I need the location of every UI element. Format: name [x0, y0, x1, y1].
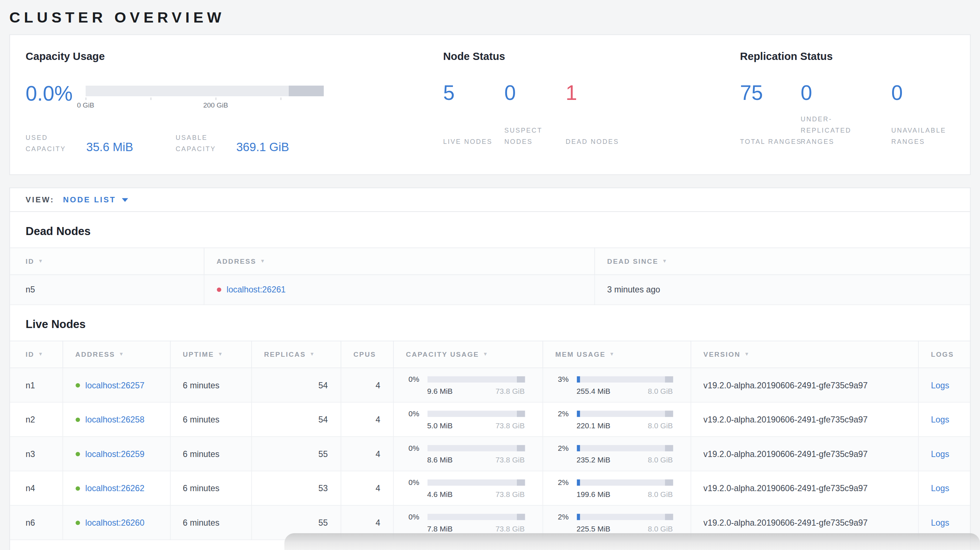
capacity-bar-end-segment [517, 376, 525, 382]
capacity-usage-cell: 0%5.0 MiB73.8 GiB [393, 402, 542, 437]
mem-total-value: 8.0 GiB [648, 524, 673, 533]
node-address-link[interactable]: localhost:26261 [227, 285, 286, 295]
live-status-dot-icon [75, 451, 80, 456]
replication-status-title: Replication Status [740, 51, 954, 63]
mem-used-value: 235.2 MiB [576, 456, 610, 464]
capacity-usage-bar [427, 445, 525, 451]
live-status-dot-icon [75, 486, 80, 490]
summary-stat-label: UNAVAILABLE RANGES [891, 125, 954, 147]
live-node-id: n6 [10, 505, 63, 540]
sort-icon: ▼ [119, 351, 124, 357]
dead-nodes-table: ID▼ADDRESS▼DEAD SINCE▼ n5localhost:26261… [10, 247, 970, 305]
summary-stat: 75TOTAL RANGES [740, 82, 800, 147]
axis-tick [86, 98, 86, 100]
summary-stat-value: 0 [800, 82, 891, 105]
summary-stat-value: 0 [891, 82, 954, 105]
sort-icon: ▼ [38, 258, 44, 264]
capacity-used-percent: 0.0% [26, 82, 86, 106]
column-header-label: CPUS [353, 351, 376, 358]
live-node-replicas: 54 [251, 402, 341, 437]
column-header-label: LOGS [931, 351, 954, 358]
capacity-total-value: 73.8 GiB [495, 386, 525, 395]
column-header-replicas[interactable]: REPLICAS▼ [251, 341, 341, 368]
live-node-cpus: 4 [341, 368, 393, 402]
logs-link[interactable]: Logs [931, 415, 949, 424]
node-address-link[interactable]: localhost:26262 [85, 483, 145, 493]
capacity-usage-bar: 0 GiB200 GiB [86, 86, 324, 111]
mem-used-value: 199.6 MiB [576, 490, 610, 498]
column-header-label: CAPACITY USAGE [406, 351, 479, 358]
mem-usage-cell: 2%235.2 MiB8.0 GiB [542, 437, 691, 471]
view-selector-dropdown[interactable]: NODE LIST [63, 196, 128, 204]
column-header-address[interactable]: ADDRESS▼ [62, 341, 170, 368]
node-address-link[interactable]: localhost:26258 [85, 415, 145, 424]
summary-stat-value: 75 [740, 82, 800, 105]
replication-stats: 75TOTAL RANGES0UNDER-REPLICATED RANGES0U… [740, 82, 954, 147]
capacity-total-value: 73.8 GiB [495, 456, 525, 464]
dead-since-value: 3 minutes ago [594, 275, 970, 305]
column-header-address[interactable]: ADDRESS▼ [204, 248, 594, 275]
column-header-label: MEM USAGE [555, 351, 606, 358]
column-header-id[interactable]: ID▼ [10, 341, 63, 368]
live-node-replicas: 53 [251, 471, 341, 505]
page-content: CLUSTER OVERVIEW Capacity Usage 0.0% 0 G… [0, 0, 980, 550]
logs-link[interactable]: Logs [931, 380, 949, 390]
capacity-usage-section: Capacity Usage 0.0% 0 GiB200 GiB USED CA… [26, 51, 443, 159]
capacity-total-value: 73.8 GiB [495, 421, 525, 430]
summary-stat-value: 0 [504, 82, 566, 105]
logs-link[interactable]: Logs [931, 518, 949, 528]
node-address-link[interactable]: localhost:26257 [85, 380, 145, 390]
mem-bar-end-segment [665, 410, 673, 416]
live-node-id: n4 [10, 471, 63, 505]
column-header-label: DEAD SINCE [607, 258, 659, 265]
logs-link[interactable]: Logs [931, 449, 949, 458]
mem-total-value: 8.0 GiB [648, 421, 673, 430]
node-address-link[interactable]: localhost:26260 [85, 518, 145, 528]
replication-status-section: Replication Status 75TOTAL RANGES0UNDER-… [740, 51, 954, 159]
horizontal-scrollbar[interactable] [285, 533, 980, 550]
column-header-logs: LOGS [918, 341, 970, 368]
mem-usage-bar [576, 445, 673, 451]
capacity-usage-title: Capacity Usage [26, 51, 443, 63]
view-label: VIEW: [26, 196, 54, 204]
sort-icon: ▼ [309, 351, 315, 357]
column-header-uptime[interactable]: UPTIME▼ [170, 341, 251, 368]
mem-usage-bar [576, 410, 673, 416]
column-header-id[interactable]: ID▼ [10, 248, 204, 275]
live-node-cpus: 4 [341, 437, 393, 471]
summary-stat-label: LIVE NODES [443, 136, 506, 147]
live-node-uptime: 6 minutes [170, 505, 251, 540]
chevron-down-icon [122, 198, 128, 202]
column-header-capacity-usage[interactable]: CAPACITY USAGE▼ [393, 341, 542, 368]
capacity-usage-percent: 0% [408, 478, 427, 486]
live-status-dot-icon [75, 520, 80, 525]
capacity-usage-percent: 0% [408, 375, 427, 384]
capacity-usage-bar [427, 376, 525, 382]
capacity-used-value: 7.8 MiB [427, 524, 453, 533]
sort-icon: ▼ [260, 258, 266, 264]
live-node-address-cell: localhost:26260 [62, 505, 170, 540]
column-header-dead-since[interactable]: DEAD SINCE▼ [594, 248, 970, 275]
mem-usage-percent: 2% [558, 443, 577, 452]
node-address-link[interactable]: localhost:26259 [85, 449, 145, 458]
column-header-version[interactable]: VERSION▼ [690, 341, 918, 368]
axis-tick-label: 0 GiB [77, 101, 94, 109]
mem-usage-bar [576, 513, 673, 520]
mem-usage-fill [576, 410, 580, 416]
live-node-logs-cell: Logs [918, 368, 970, 402]
column-header-label: ID [26, 351, 35, 358]
live-nodes-table-body: n1localhost:262576 minutes5440%9.6 MiB73… [10, 368, 970, 540]
mem-usage-percent: 2% [558, 512, 577, 521]
summary-stat-value: 5 [443, 82, 504, 105]
mem-total-value: 8.0 GiB [648, 386, 673, 395]
mem-total-value: 8.0 GiB [648, 456, 673, 464]
capacity-stats: USED CAPACITY35.6 MiBUSABLE CAPACITY369.… [26, 133, 443, 155]
logs-link[interactable]: Logs [931, 483, 949, 493]
capacity-used-value: 9.6 MiB [427, 386, 453, 395]
column-header-cpus: CPUS [341, 341, 393, 368]
live-node-logs-cell: Logs [918, 402, 970, 437]
node-status-stats: 5LIVE NODES0SUSPECT NODES1DEAD NODES [443, 82, 740, 147]
dead-nodes-table-body: n5localhost:262613 minutes ago [10, 275, 970, 305]
mem-usage-bar [576, 376, 673, 382]
column-header-mem-usage[interactable]: MEM USAGE▼ [542, 341, 691, 368]
